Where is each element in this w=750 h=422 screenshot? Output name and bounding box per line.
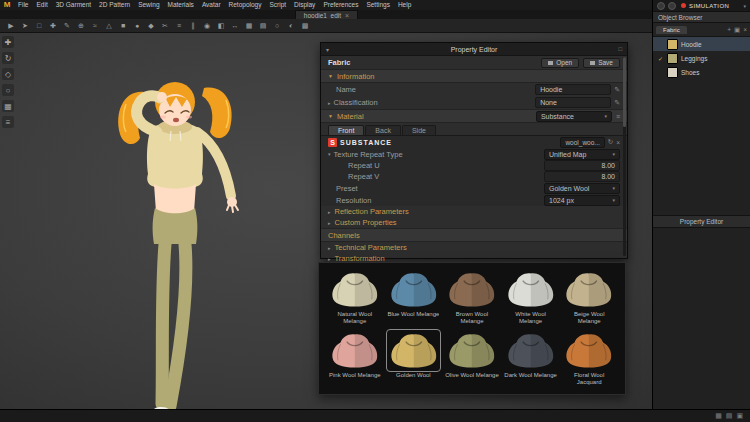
section-channels[interactable]: Channels [321,228,627,242]
menu-display[interactable]: Display [290,0,319,10]
free-sewing-tool-icon[interactable]: ∥ [187,20,199,31]
resolution-dropdown[interactable]: 1024 px ▾ [544,195,620,206]
section-material[interactable]: ▼ Material Substance ▾ ≡ [321,109,627,123]
texture-repeat-dropdown[interactable]: Unified Map ▾ [544,149,620,160]
right-property-editor-header[interactable]: Property Editor [653,215,750,228]
menu-avatar[interactable]: Avatar [198,0,225,10]
edit-icon[interactable]: ✎ [614,99,620,107]
cut-tool-icon[interactable]: ✂ [159,20,171,31]
fabric-list-item[interactable]: Shoes [653,65,750,79]
material-preset[interactable]: Golden Wool [387,330,441,389]
substance-file-field[interactable]: wool_woo... [560,137,604,148]
scrollbar[interactable] [623,57,626,256]
character-avatar[interactable] [38,68,258,422]
help-icon[interactable] [668,2,676,10]
copy-icon[interactable]: ▣ [734,26,740,34]
close-icon[interactable]: × [345,12,349,19]
pin-tool-icon[interactable]: ◉ [201,20,213,31]
menu-materials[interactable]: Materials [164,0,198,10]
menu-3d-garment[interactable]: 3D Garment [52,0,95,10]
material-preset[interactable]: Brown Wool Melange [445,269,499,328]
layout-view-icon-icon[interactable]: ▤ [726,412,733,420]
transform-pattern-tool-icon[interactable]: ✚ [47,20,59,31]
measure-tool-icon[interactable]: ↔ [229,20,241,31]
edit-icon[interactable]: ✎ [614,86,620,94]
section-information[interactable]: ▼ Information [321,69,627,83]
open-button[interactable]: Open [541,58,579,68]
material-preset[interactable]: Olive Wool Melange [445,330,499,389]
move-tool-icon[interactable]: ✚ [2,36,14,48]
seam-tool-icon[interactable]: ≡ [173,20,185,31]
rectangle-tool-icon[interactable]: ■ [117,20,129,31]
select-move-tool-icon[interactable]: ➤ [19,20,31,31]
check-icon[interactable]: ✓ [657,55,664,62]
repeat-u-input[interactable]: 8.00 [544,160,620,171]
property-editor-titlebar[interactable]: ▾ Property Editor □ [321,43,627,56]
material-preset[interactable]: Beige Wool Melange [562,269,616,328]
edit-curve-tool-icon[interactable]: ≈ [89,20,101,31]
section-technical-parameters[interactable]: ▸ Technical Parameters [321,242,627,253]
add-icon[interactable]: + [727,26,731,34]
polygon-tool-icon[interactable]: △ [103,20,115,31]
chevron-down-icon[interactable]: ▾ [743,3,746,9]
orbit-tool-icon[interactable]: ○ [2,84,14,96]
preset-dropdown[interactable]: Golden Wool ▾ [544,183,620,194]
select-box-tool-icon[interactable]: □ [33,20,45,31]
rotate-tool-icon[interactable]: ↻ [2,52,14,64]
pin-icon[interactable]: □ [618,46,622,52]
remove-icon[interactable]: × [616,139,620,146]
account-icon[interactable] [657,2,665,10]
menu-2d-pattern[interactable]: 2D Pattern [95,0,134,10]
scrollbar-thumb[interactable] [623,57,626,127]
circle-tool-icon[interactable]: ● [131,20,143,31]
menu-sewing[interactable]: Sewing [134,0,163,10]
material-preset[interactable]: Blue Wool Melange [387,269,441,328]
delete-icon[interactable]: × [743,26,747,34]
texture-tool-icon[interactable]: ▦ [243,20,255,31]
menu-preferences[interactable]: Preferences [319,0,362,10]
material-preset[interactable]: Dark Wool Melange [504,330,558,389]
add-point-tool-icon[interactable]: ⊕ [75,20,87,31]
layer-tool-icon[interactable]: ▤ [257,20,269,31]
document-tab[interactable]: hoodie1_edit × [295,10,358,20]
camera-tool-icon[interactable]: ◐ [285,20,297,31]
menu-help[interactable]: Help [394,0,415,10]
view-menu-icon[interactable]: ≡ [2,116,14,128]
expand-triangle-icon[interactable]: ▸ [328,100,331,106]
fabric-list-item[interactable]: ✓ Leggings [653,51,750,65]
fullscreen-icon-icon[interactable]: ▣ [736,412,743,420]
menu-edit[interactable]: Edit [32,0,51,10]
menu-file[interactable]: File [14,0,32,10]
material-options-icon[interactable]: ≡ [616,113,620,120]
simulate-tool-icon[interactable]: ▶ [5,20,17,31]
reload-icon[interactable]: ↻ [608,138,613,146]
tab-fabric[interactable]: Fabric [656,26,687,34]
object-browser-header[interactable]: Object Browser [653,12,750,23]
tab-side[interactable]: Side [402,125,436,135]
save-button[interactable]: Save [583,58,620,68]
material-preset[interactable]: Floral Wool Jacquard [562,330,616,389]
classification-field[interactable]: None [535,97,611,108]
material-preset[interactable]: White Wool Melange [504,269,558,328]
fold-tool-icon[interactable]: ◧ [215,20,227,31]
collapse-triangle-icon[interactable]: ▾ [328,151,331,157]
menu-script[interactable]: Script [265,0,290,10]
display-tool-icon[interactable]: ▩ [299,20,311,31]
tab-front[interactable]: Front [328,125,364,135]
section-custom-properties[interactable]: ▸ Custom Properties [321,217,627,228]
menu-retopology[interactable]: Retopology [225,0,266,10]
fabric-list-item[interactable]: Hoodie [653,37,750,51]
menu-settings[interactable]: Settings [362,0,394,10]
grid-view-icon-icon[interactable]: ▦ [715,412,722,420]
repeat-v-input[interactable]: 8.00 [544,171,620,182]
zoom-tool-icon[interactable]: ○ [271,20,283,31]
material-type-dropdown[interactable]: Substance ▾ [536,111,612,122]
material-preset[interactable]: Pink Wool Melange [328,330,382,389]
name-field[interactable]: Hoodie [535,84,611,95]
edit-pattern-tool-icon[interactable]: ✎ [61,20,73,31]
section-reflection-parameters[interactable]: ▸ Reflection Parameters [321,206,627,217]
material-preset[interactable]: Natural Wool Melange [328,269,382,328]
pan-tool-icon[interactable]: ▦ [2,100,14,112]
dart-tool-icon[interactable]: ◆ [145,20,157,31]
scale-tool-icon[interactable]: ◇ [2,68,14,80]
